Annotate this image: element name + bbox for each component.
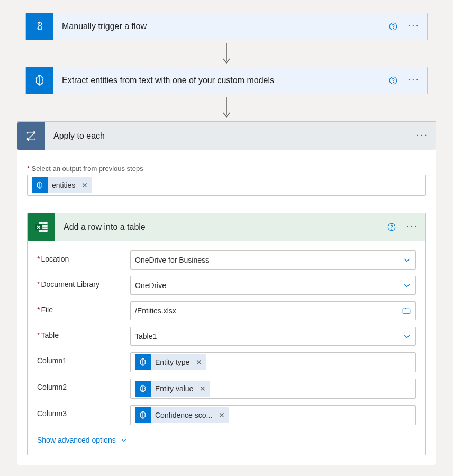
location-value: OneDrive for Business (135, 256, 209, 264)
add-row-card: Add a row into a table ··· *Location One… (27, 213, 426, 455)
trigger-title: Manually trigger a flow (53, 22, 388, 31)
token-label: Entity type (155, 358, 189, 366)
col2-label: Column2 (37, 383, 67, 391)
location-dropdown[interactable]: OneDrive for Business (130, 250, 416, 270)
token-remove[interactable]: ✕ (216, 411, 225, 419)
apply-to-each-header[interactable]: Apply to each ··· (17, 122, 436, 150)
col3-input[interactable]: Confidence sco... ✕ (130, 405, 416, 425)
svg-point-6 (393, 82, 394, 83)
file-value: /Entities.xlsx (135, 307, 176, 315)
doclib-label: Document Library (41, 280, 99, 289)
token-label: entities (52, 181, 75, 190)
table-value: Table1 (135, 332, 157, 340)
more-menu[interactable]: ··· (407, 74, 420, 87)
add-row-title: Add a row into a table (55, 222, 387, 232)
brain-icon (135, 407, 151, 423)
col2-input[interactable]: Entity value ✕ (130, 379, 416, 399)
doclib-value: OneDrive (135, 281, 166, 290)
trigger-card[interactable]: Manually trigger a flow ··· (25, 13, 428, 40)
col1-input[interactable]: Entity type ✕ (130, 352, 416, 372)
token-entities[interactable]: entities ✕ (32, 177, 92, 193)
chevron-down-icon (120, 436, 128, 444)
help-icon[interactable] (387, 222, 396, 232)
file-label: File (41, 306, 53, 314)
token-label: Entity value (155, 384, 193, 393)
field-column3: Column3 Confidence sco... ✕ (37, 405, 416, 425)
chevron-down-icon (403, 281, 411, 290)
location-label: Location (41, 255, 69, 263)
connector-arrow (25, 94, 428, 121)
col3-label: Column3 (37, 409, 67, 418)
token-entity-value[interactable]: Entity value ✕ (135, 381, 210, 397)
help-icon[interactable] (388, 22, 398, 31)
help-icon[interactable] (388, 76, 398, 85)
field-column1: Column1 Entity type ✕ (37, 352, 416, 372)
token-remove[interactable]: ✕ (197, 384, 206, 393)
loop-icon (17, 122, 45, 150)
doclib-dropdown[interactable]: OneDrive (130, 276, 416, 295)
svg-point-15 (392, 229, 392, 229)
connector-arrow (25, 40, 428, 67)
apply-to-each-input[interactable]: entities ✕ (27, 175, 426, 196)
table-dropdown[interactable]: Table1 (130, 327, 416, 346)
more-menu[interactable]: ··· (406, 220, 418, 234)
extract-title: Extract entities from text with one of y… (53, 76, 388, 85)
more-menu[interactable]: ··· (416, 129, 428, 143)
table-label: Table (41, 331, 58, 339)
field-file: *File /Entities.xlsx (37, 301, 416, 320)
svg-point-3 (393, 28, 394, 29)
apply-to-each-container: Apply to each ··· * Select an output fro… (17, 122, 436, 465)
add-row-header[interactable]: Add a row into a table ··· (28, 213, 425, 241)
field-column2: Column2 Entity value ✕ (37, 379, 416, 399)
brain-icon (135, 354, 151, 370)
token-remove[interactable]: ✕ (194, 358, 202, 366)
file-picker[interactable]: /Entities.xlsx (130, 301, 416, 320)
brain-icon (135, 381, 151, 397)
more-menu[interactable]: ··· (407, 20, 420, 33)
field-table: *Table Table1 (37, 327, 416, 346)
field-location: *Location OneDrive for Business (37, 250, 416, 270)
excel-icon (28, 213, 55, 241)
token-remove[interactable]: ✕ (79, 181, 88, 190)
extract-entities-card[interactable]: Extract entities from text with one of y… (25, 67, 428, 94)
brain-icon (26, 67, 53, 94)
brain-icon (32, 177, 48, 193)
token-entity-type[interactable]: Entity type ✕ (135, 354, 206, 370)
token-confidence-score[interactable]: Confidence sco... ✕ (135, 407, 229, 423)
folder-icon[interactable] (402, 306, 411, 316)
select-output-label: * Select an output from previous steps (27, 165, 426, 173)
token-label: Confidence sco... (155, 411, 212, 419)
col1-label: Column1 (37, 356, 67, 365)
chevron-down-icon (403, 256, 411, 264)
field-doclib: *Document Library OneDrive (37, 276, 416, 295)
show-advanced-options[interactable]: Show advanced options (37, 433, 416, 447)
tap-icon (26, 13, 53, 40)
chevron-down-icon (403, 332, 411, 340)
apply-to-each-title: Apply to each (45, 131, 416, 141)
